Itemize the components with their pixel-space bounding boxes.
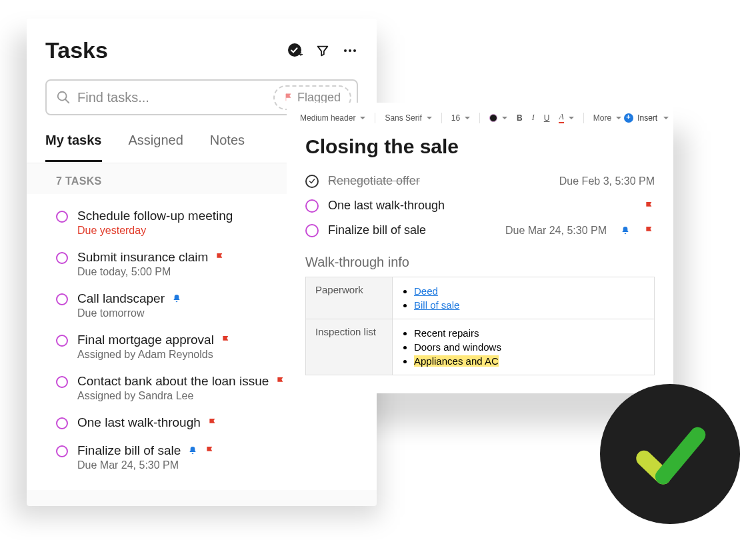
task-title: Call landscaper: [77, 291, 165, 306]
heading-dropdown[interactable]: Medium header: [297, 112, 368, 124]
bell-icon: [171, 293, 182, 304]
task-subtitle: Due Mar 24, 5:30 PM: [77, 459, 358, 471]
search-icon: [56, 90, 71, 105]
insert-label: Insert: [637, 113, 657, 123]
table-cell[interactable]: Recent repairs Doors and windows Applian…: [393, 319, 655, 375]
task-title: Final mortgage approval: [77, 333, 214, 347]
fontsize-dropdown[interactable]: 16: [449, 112, 473, 124]
table-key[interactable]: Inspection list: [306, 319, 393, 375]
highlight-picker[interactable]: A: [556, 111, 576, 125]
plus-icon: [624, 113, 633, 123]
svg-point-2: [344, 49, 347, 52]
document-title[interactable]: Closing the sale: [305, 135, 655, 158]
svg-point-3: [349, 49, 351, 52]
table-key[interactable]: Paperwork: [306, 277, 393, 319]
flag-icon: [644, 201, 655, 211]
tasks-title: Tasks: [45, 37, 108, 63]
task-checkbox[interactable]: [305, 224, 319, 237]
task-title: Finalize bill of sale: [77, 443, 181, 458]
task-title: One last walk-through: [77, 415, 201, 430]
editor-panel: Medium header Sans Serif 16 B I U A More…: [287, 103, 673, 393]
svg-text:+: +: [299, 50, 303, 58]
bell-icon: [187, 445, 198, 456]
tab-notes[interactable]: Notes: [210, 133, 245, 162]
task-checkbox[interactable]: [56, 445, 68, 457]
table-row: Inspection list Recent repairs Doors and…: [306, 319, 655, 375]
svg-line-6: [65, 99, 69, 103]
section-heading[interactable]: Walk-through info: [305, 255, 655, 270]
checkmark-badge: [600, 384, 740, 524]
task-due: Due Feb 3, 5:30 PM: [559, 175, 655, 187]
table-cell[interactable]: Deed Bill of sale: [393, 277, 655, 319]
task-due: Due Mar 24, 5:30 PM: [505, 225, 607, 237]
task-title: Contact bank about the loan issue: [77, 374, 269, 389]
more-dropdown[interactable]: More: [591, 112, 624, 124]
task-checkbox-done[interactable]: [305, 175, 319, 188]
flag-icon: [205, 445, 215, 456]
list-item[interactable]: Recent repairs: [414, 326, 645, 340]
task-checkbox[interactable]: [56, 417, 68, 429]
task-title: Submit insurance claim: [77, 250, 208, 265]
task-row[interactable]: One last walk-through: [27, 409, 377, 437]
editor-task-row[interactable]: Renegotiate offerDue Feb 3, 5:30 PM: [305, 169, 655, 193]
task-checkbox[interactable]: [56, 252, 68, 264]
flag-icon: [215, 252, 225, 263]
underline-button[interactable]: U: [541, 112, 553, 124]
flag-icon: [221, 335, 231, 345]
search-input[interactable]: [77, 90, 273, 105]
task-checkbox[interactable]: [56, 376, 68, 388]
task-checkbox[interactable]: [56, 335, 68, 347]
flag-icon: [275, 376, 286, 387]
task-checkbox[interactable]: [305, 199, 319, 213]
flag-icon: [644, 225, 655, 236]
highlighted-text: Appliances and AC: [414, 355, 499, 367]
list-item[interactable]: Doors and windows: [414, 340, 645, 354]
insert-button[interactable]: Insert: [624, 113, 669, 123]
editor-toolbar: Medium header Sans Serif 16 B I U A More…: [287, 111, 673, 131]
task-title: One last walk-through: [328, 199, 631, 213]
bell-icon: [620, 225, 631, 236]
text-color-picker[interactable]: [487, 113, 510, 123]
list-item[interactable]: Appliances and AC: [414, 354, 645, 368]
task-checkbox[interactable]: [56, 211, 68, 223]
tab-my-tasks[interactable]: My tasks: [45, 133, 102, 162]
task-checkbox[interactable]: [56, 293, 68, 305]
flag-icon: [207, 417, 218, 428]
task-title: Schedule follow-up meeting: [77, 209, 233, 223]
flag-icon: [284, 93, 293, 102]
more-icon[interactable]: [342, 43, 358, 59]
link-bill-of-sale[interactable]: Bill of sale: [414, 299, 459, 311]
editor-task-row[interactable]: Finalize bill of saleDue Mar 24, 5:30 PM: [305, 218, 655, 243]
italic-button[interactable]: I: [529, 111, 537, 124]
table-row: Paperwork Deed Bill of sale: [306, 277, 655, 319]
svg-point-7: [490, 114, 497, 121]
font-dropdown[interactable]: Sans Serif: [382, 112, 434, 124]
editor-task-row[interactable]: One last walk-through: [305, 193, 655, 218]
add-task-icon[interactable]: +: [287, 43, 303, 59]
task-title: Renegotiate offer: [328, 174, 550, 188]
link-deed[interactable]: Deed: [414, 285, 438, 297]
task-title: Finalize bill of sale: [328, 223, 496, 237]
tab-assigned[interactable]: Assigned: [129, 133, 183, 162]
task-row[interactable]: Finalize bill of saleDue Mar 24, 5:30 PM: [27, 437, 377, 478]
svg-point-4: [353, 49, 356, 52]
bold-button[interactable]: B: [514, 112, 525, 124]
walk-through-table: Paperwork Deed Bill of sale Inspection l…: [305, 277, 655, 375]
filter-icon[interactable]: [315, 43, 330, 58]
